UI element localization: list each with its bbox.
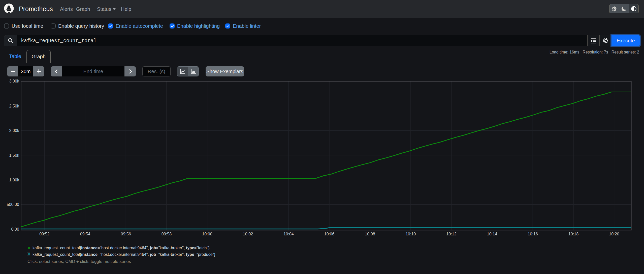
- svg-text:10:08: 10:08: [365, 232, 375, 236]
- svg-text:10:06: 10:06: [324, 232, 335, 236]
- svg-text:10:02: 10:02: [243, 232, 253, 236]
- svg-text:09:56: 09:56: [121, 232, 131, 236]
- svg-text:10:04: 10:04: [283, 232, 294, 236]
- svg-text:10:20: 10:20: [609, 232, 619, 236]
- svg-text:09:52: 09:52: [39, 232, 50, 236]
- svg-text:2.00k: 2.00k: [9, 128, 19, 133]
- svg-text:10:18: 10:18: [568, 232, 579, 236]
- svg-text:3.00k: 3.00k: [9, 79, 19, 83]
- svg-text:1.50k: 1.50k: [9, 153, 19, 157]
- svg-text:500.00: 500.00: [7, 202, 19, 207]
- svg-text:10:10: 10:10: [406, 232, 416, 236]
- svg-text:10:16: 10:16: [528, 232, 538, 236]
- svg-text:10:12: 10:12: [446, 232, 457, 236]
- svg-text:1.00k: 1.00k: [9, 178, 19, 182]
- svg-text:0.00: 0.00: [11, 227, 19, 231]
- svg-text:10:14: 10:14: [487, 232, 497, 236]
- svg-text:10:00: 10:00: [202, 232, 212, 236]
- svg-text:09:58: 09:58: [162, 232, 172, 236]
- svg-text:2.50k: 2.50k: [9, 104, 19, 108]
- svg-text:09:54: 09:54: [80, 232, 90, 236]
